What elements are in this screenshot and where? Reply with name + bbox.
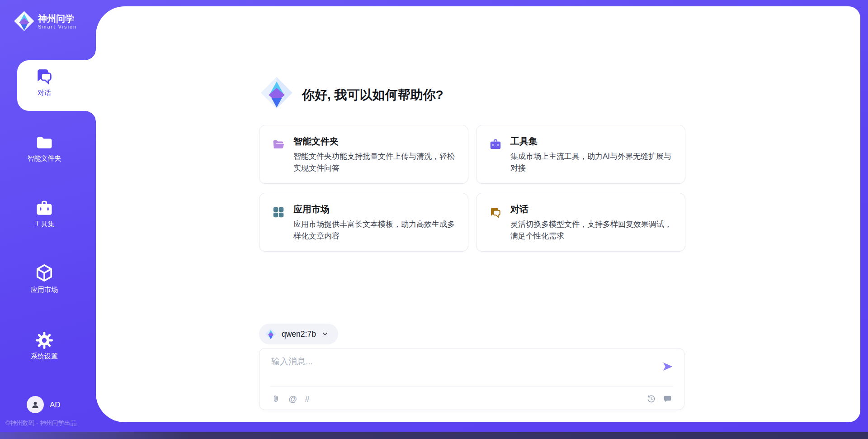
card-app-market[interactable]: 应用市场 应用市场提供丰富长文本模板，助力高效生成多样化文章内容 — [259, 193, 468, 252]
card-description: 应用市场提供丰富长文本模板，助力高效生成多样化文章内容 — [293, 219, 458, 243]
paperclip-icon[interactable] — [271, 394, 281, 404]
person-icon — [30, 399, 41, 410]
composer-divider — [270, 387, 673, 387]
chevron-down-icon — [321, 330, 329, 338]
active-tab-background — [17, 60, 96, 111]
card-toolset[interactable]: 工具集 集成市场上主流工具，助力AI与外界无缝扩展与对接 — [476, 125, 685, 184]
chat-icon — [489, 205, 502, 219]
card-description: 智能文件夹功能支持批量文件上传与清洗，轻松实现文件问答 — [293, 151, 458, 175]
history-icon[interactable] — [646, 394, 656, 404]
user-name: AD — [50, 401, 61, 410]
grid-icon — [272, 205, 285, 219]
folder-open-icon — [272, 138, 285, 151]
message-composer: @ # — [259, 348, 684, 410]
card-description: 灵活切换多模型文件，支持多样回复效果调试，满足个性化需求 — [510, 219, 675, 243]
mention-icon[interactable]: @ — [288, 394, 297, 404]
bottom-bar — [0, 432, 868, 439]
greeting-text: 你好, 我可以如何帮助你? — [302, 86, 443, 104]
folder-icon — [34, 133, 54, 153]
model-selector[interactable]: qwen2:7b — [259, 324, 338, 344]
sidebar-item-label: 系统设置 — [8, 352, 80, 361]
app-logo-icon — [260, 76, 293, 110]
card-title: 对话 — [510, 203, 528, 215]
card-title: 工具集 — [510, 135, 538, 148]
sidebar-item-label: 智能文件夹 — [8, 154, 80, 163]
message-input[interactable] — [271, 356, 646, 382]
brand-title: 神州问学 — [38, 13, 74, 25]
gear-icon — [34, 330, 54, 350]
main-panel: 你好, 我可以如何帮助你? 智能文件夹 智能文件夹功能支持批量文件上传与清洗，轻… — [96, 6, 860, 422]
sidebar-item-label: 对话 — [8, 89, 80, 97]
briefcase-icon — [34, 198, 54, 218]
cube-icon — [34, 263, 54, 283]
sidebar-item-label: 工具集 — [8, 220, 80, 229]
chat-bubble-icon[interactable] — [663, 394, 672, 404]
card-title: 应用市场 — [293, 203, 330, 215]
sidebar-footer: ©神州数码 · 神州问学出品 — [5, 419, 76, 427]
card-title: 智能文件夹 — [293, 135, 339, 148]
card-description: 集成市场上主流工具，助力AI与外界无缝扩展与对接 — [510, 151, 675, 175]
model-logo-icon — [265, 328, 277, 340]
card-chat[interactable]: 对话 灵活切换多模型文件，支持多样回复效果调试，满足个性化需求 — [476, 193, 685, 252]
composer-tools-right — [646, 394, 672, 404]
send-icon[interactable] — [661, 360, 674, 373]
sidebar-item-label: 应用市场 — [8, 286, 80, 294]
brand-subtitle: Smart Vision — [38, 24, 77, 29]
card-smart-folder[interactable]: 智能文件夹 智能文件夹功能支持批量文件上传与清洗，轻松实现文件问答 — [259, 125, 468, 184]
briefcase-icon — [489, 138, 502, 151]
chat-icon — [34, 66, 54, 86]
composer-tools: @ # — [271, 394, 310, 404]
brand-logo-icon — [14, 10, 35, 32]
active-tab-flare-top — [85, 49, 96, 60]
hashtag-icon[interactable]: # — [305, 394, 310, 404]
user-avatar[interactable] — [27, 396, 44, 413]
active-tab-flare-bottom — [85, 111, 96, 122]
model-name: qwen2:7b — [282, 329, 316, 339]
